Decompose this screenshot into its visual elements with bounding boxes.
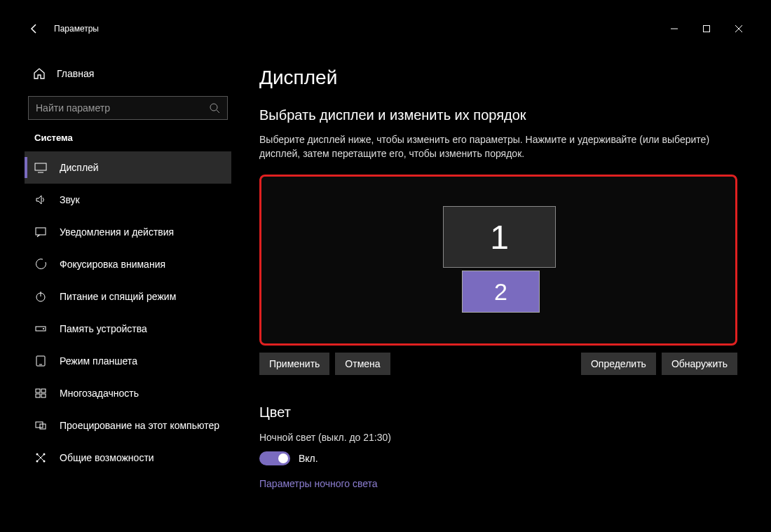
sidebar: Главная Система Дисплей Звук Уведомления… bbox=[18, 40, 238, 515]
maximize-button[interactable] bbox=[690, 18, 723, 40]
multitask-icon bbox=[34, 387, 47, 400]
close-button[interactable] bbox=[723, 18, 755, 40]
svg-rect-18 bbox=[41, 394, 46, 397]
nav-display[interactable]: Дисплей bbox=[25, 151, 231, 184]
toggle-state-label: Вкл. bbox=[299, 453, 318, 464]
nav-label: Дисплей bbox=[60, 162, 99, 173]
tablet-icon bbox=[34, 355, 47, 367]
home-label: Главная bbox=[57, 68, 94, 79]
svg-rect-19 bbox=[36, 422, 43, 428]
search-icon bbox=[209, 102, 220, 114]
color-title: Цвет bbox=[259, 404, 734, 421]
svg-line-5 bbox=[217, 110, 219, 113]
back-button[interactable] bbox=[18, 18, 51, 40]
nav-group-label: Система bbox=[25, 120, 231, 151]
cancel-button[interactable]: Отмена bbox=[335, 353, 390, 375]
nav-shared[interactable]: Общие возможности bbox=[25, 442, 231, 474]
svg-rect-15 bbox=[36, 389, 40, 393]
svg-point-25 bbox=[36, 461, 39, 463]
nav-label: Многозадачность bbox=[60, 388, 139, 399]
nav-power[interactable]: Питание и спящий режим bbox=[25, 280, 231, 313]
maximize-icon bbox=[703, 25, 710, 32]
power-icon bbox=[34, 290, 47, 303]
svg-point-26 bbox=[43, 461, 46, 463]
search-input[interactable] bbox=[36, 102, 209, 114]
home-button[interactable]: Главная bbox=[25, 58, 231, 89]
nav-focus[interactable]: Фокусировка внимания bbox=[25, 248, 231, 280]
display-arrangement[interactable]: 1 2 bbox=[259, 175, 737, 346]
nav-notifications[interactable]: Уведомления и действия bbox=[25, 216, 231, 248]
svg-rect-16 bbox=[41, 389, 46, 393]
svg-point-24 bbox=[43, 453, 46, 456]
shared-icon bbox=[34, 451, 47, 464]
storage-icon bbox=[34, 322, 47, 335]
nav-label: Уведомления и действия bbox=[60, 226, 174, 238]
arrange-description: Выберите дисплей ниже, чтобы изменить ег… bbox=[259, 133, 722, 161]
detect-button[interactable]: Обнаружить bbox=[662, 353, 737, 375]
home-icon bbox=[33, 67, 46, 80]
minimize-button[interactable] bbox=[658, 18, 690, 40]
nav-label: Звук bbox=[60, 194, 80, 205]
nav-label: Проецирование на этот компьютер bbox=[60, 420, 219, 431]
close-icon bbox=[735, 25, 742, 32]
svg-rect-8 bbox=[36, 228, 46, 235]
nav-label: Режим планшета bbox=[60, 355, 137, 367]
focus-icon bbox=[34, 258, 47, 271]
notifications-icon bbox=[34, 226, 47, 238]
nav-projecting[interactable]: Проецирование на этот компьютер bbox=[25, 409, 231, 442]
svg-point-23 bbox=[36, 453, 39, 456]
content: Дисплей Выбрать дисплеи и изменить их по… bbox=[238, 40, 755, 515]
nav-storage[interactable]: Память устройства bbox=[25, 313, 231, 345]
page-title: Дисплей bbox=[259, 67, 734, 89]
nav-multitask[interactable]: Многозадачность bbox=[25, 377, 231, 409]
night-light-status: Ночной свет (выкл. до 21:30) bbox=[259, 432, 734, 443]
monitor-2[interactable]: 2 bbox=[462, 271, 540, 313]
identify-button[interactable]: Определить bbox=[581, 353, 656, 375]
apply-button[interactable]: Применить bbox=[259, 353, 329, 375]
minimize-icon bbox=[671, 25, 678, 32]
arrow-left-icon bbox=[29, 23, 40, 34]
monitor-1[interactable]: 1 bbox=[443, 206, 556, 268]
svg-rect-1 bbox=[704, 26, 710, 32]
night-light-toggle[interactable] bbox=[259, 451, 290, 465]
svg-rect-17 bbox=[36, 394, 40, 397]
nav-label: Фокусировка внимания bbox=[60, 259, 165, 270]
svg-point-4 bbox=[210, 104, 217, 111]
projecting-icon bbox=[34, 419, 47, 432]
nav-label: Питание и спящий режим bbox=[60, 291, 176, 302]
nav-label: Память устройства bbox=[60, 323, 147, 334]
display-icon bbox=[34, 161, 47, 174]
nav-label: Общие возможности bbox=[60, 452, 154, 463]
nav-sound[interactable]: Звук bbox=[25, 184, 231, 216]
svg-point-12 bbox=[43, 328, 44, 329]
night-light-settings-link[interactable]: Параметры ночного света bbox=[259, 478, 378, 489]
svg-rect-6 bbox=[35, 163, 46, 170]
sound-icon bbox=[34, 193, 47, 206]
window-title: Параметры bbox=[54, 24, 99, 34]
arrange-title: Выбрать дисплеи и изменить их порядок bbox=[259, 107, 734, 123]
search-box[interactable] bbox=[28, 96, 228, 120]
nav-tablet[interactable]: Режим планшета bbox=[25, 345, 231, 377]
